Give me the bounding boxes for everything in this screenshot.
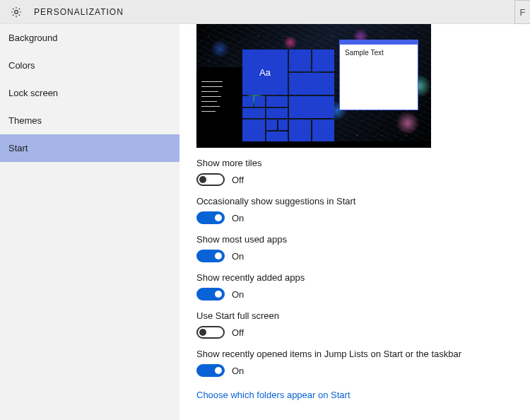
sidebar-item-colors[interactable]: Colors: [0, 52, 179, 79]
sidebar-item-start[interactable]: Start: [0, 134, 179, 162]
setting-label: Occasionally show suggestions in Start: [196, 196, 530, 206]
setting-use-start-fullscreen: Use Start full screen Off: [196, 310, 530, 339]
toggle-show-recently-added[interactable]: [196, 288, 225, 301]
sidebar-item-lock-screen[interactable]: Lock screen: [0, 79, 179, 107]
toggle-state-text: Off: [232, 175, 244, 185]
sidebar-item-label: Start: [8, 143, 28, 153]
setting-show-more-tiles: Show more tiles Off: [196, 158, 530, 186]
toggle-state-text: On: [232, 213, 244, 223]
header-bar: PERSONALIZATION F: [0, 0, 530, 24]
toggle-state-text: On: [232, 251, 244, 262]
sidebar-item-label: Themes: [8, 115, 42, 126]
toggle-state-text: Off: [232, 327, 244, 338]
preview-tile-text: Aa: [259, 67, 271, 78]
toggle-show-jump-lists[interactable]: [196, 364, 225, 377]
setting-label: Show recently opened items in Jump Lists…: [196, 349, 530, 359]
preview-sample-window-text: Sample Text: [340, 45, 418, 61]
toggle-state-text: On: [232, 366, 244, 376]
sidebar: Background Colors Lock screen Themes Sta…: [0, 24, 179, 420]
main-content: Aa Sample Text Show more tiles Off Occas…: [179, 24, 530, 420]
header-right-char: F: [520, 7, 526, 18]
svg-point-0: [15, 10, 18, 13]
header-right-button[interactable]: F: [514, 0, 530, 24]
setting-show-recently-added: Show recently added apps On: [196, 272, 530, 301]
setting-label: Show most used apps: [196, 234, 530, 245]
setting-show-most-used: Show most used apps On: [196, 234, 530, 262]
toggle-use-start-fullscreen[interactable]: [196, 326, 225, 339]
start-preview-thumbnail: Aa Sample Text: [196, 24, 431, 148]
sidebar-item-label: Lock screen: [8, 88, 58, 98]
toggle-show-suggestions[interactable]: [196, 211, 225, 224]
toggle-state-text: On: [232, 289, 244, 300]
toggle-show-more-tiles[interactable]: [196, 173, 225, 186]
sidebar-item-label: Background: [8, 33, 57, 43]
setting-label: Show more tiles: [196, 158, 530, 168]
preview-tiles: Aa: [242, 49, 334, 141]
setting-label: Use Start full screen: [196, 310, 530, 321]
sidebar-item-themes[interactable]: Themes: [0, 107, 179, 134]
page-title: PERSONALIZATION: [34, 7, 124, 17]
setting-show-suggestions: Occasionally show suggestions in Start O…: [196, 196, 530, 224]
toggle-show-most-used[interactable]: [196, 250, 225, 262]
setting-show-jump-lists: Show recently opened items in Jump Lists…: [196, 349, 530, 377]
preview-sample-window: Sample Text: [339, 40, 418, 110]
settings-gear-icon: [10, 6, 23, 18]
sidebar-item-background[interactable]: Background: [0, 24, 179, 52]
link-choose-folders[interactable]: Choose which folders appear on Start: [196, 390, 351, 400]
setting-label: Show recently added apps: [196, 272, 530, 283]
preview-start-panel: [196, 67, 242, 141]
sidebar-item-label: Colors: [8, 60, 35, 71]
preview-taskbar: [196, 141, 431, 148]
